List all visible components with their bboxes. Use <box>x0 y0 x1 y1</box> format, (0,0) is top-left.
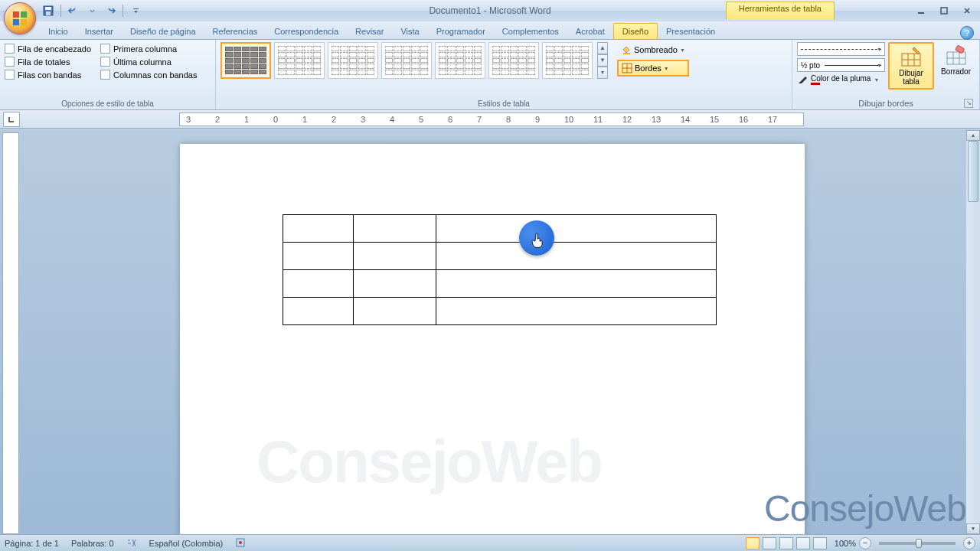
view-web-layout-button[interactable] <box>779 537 793 549</box>
office-logo-icon <box>7 5 33 31</box>
table-row <box>283 270 717 298</box>
zoom-in-button[interactable]: + <box>963 537 975 549</box>
group-style-options: Fila de encabezado Fila de totales Filas… <box>0 40 216 109</box>
table-style-item[interactable] <box>220 42 271 79</box>
gallery-up-button[interactable]: ▲ <box>597 42 608 54</box>
tab-complementos[interactable]: Complementos <box>494 24 567 39</box>
line-style-dropdown[interactable]: ▼ <box>797 42 885 56</box>
view-full-screen-button[interactable] <box>763 537 776 549</box>
table-style-item[interactable] <box>274 42 325 79</box>
line-weight-dropdown[interactable]: ½ pto▼ <box>797 58 885 72</box>
draw-table-icon <box>900 46 922 67</box>
tab-programador[interactable]: Programador <box>428 24 494 39</box>
help-button[interactable]: ? <box>960 26 974 40</box>
separator <box>122 5 123 17</box>
checkbox-label: Última columna <box>113 57 172 67</box>
draw-table-button[interactable]: Dibujar tabla <box>888 42 934 90</box>
svg-rect-2 <box>13 19 19 25</box>
table-style-item[interactable] <box>381 42 432 79</box>
document-table[interactable] <box>283 214 717 325</box>
table-style-item[interactable] <box>435 42 485 79</box>
status-proofing-icon[interactable] <box>126 537 137 549</box>
vertical-scrollbar[interactable]: ▲ ▼ <box>966 130 980 534</box>
quick-access-toolbar <box>40 2 144 19</box>
window-controls <box>913 4 975 18</box>
checkbox-header-row[interactable]: Fila de encabezado <box>5 44 91 54</box>
group-label: Estilos de tabla <box>220 98 787 109</box>
tab-revisar[interactable]: Revisar <box>347 24 392 39</box>
svg-rect-5 <box>45 7 51 10</box>
svg-rect-7 <box>133 8 139 9</box>
group-draw-borders: ▼ ½ pto▼ Color de la pluma ▼ Dibujar tab… <box>792 40 980 109</box>
tab-diseno-pagina[interactable]: Diseño de página <box>122 24 204 39</box>
checkbox-total-row[interactable]: Fila de totales <box>5 57 91 67</box>
ribbon-tabs: Inicio Insertar Diseño de página Referen… <box>0 21 980 40</box>
tab-selector-button[interactable] <box>3 112 20 127</box>
maximize-button[interactable] <box>936 4 952 18</box>
redo-button[interactable] <box>102 2 119 19</box>
status-page[interactable]: Página: 1 de 1 <box>5 539 59 548</box>
qat-customize-dropdown[interactable] <box>127 2 144 19</box>
status-macro-icon[interactable] <box>235 537 246 549</box>
table-style-item[interactable] <box>488 42 539 79</box>
svg-rect-10 <box>623 53 630 54</box>
pen-icon <box>797 74 808 85</box>
watermark-text: ConsejoWeb <box>256 427 602 497</box>
zoom-thumb[interactable] <box>916 539 922 548</box>
horizontal-ruler[interactable]: 32101234567891011121314151617 <box>179 112 804 126</box>
status-language[interactable]: Español (Colombia) <box>149 539 224 548</box>
zoom-level[interactable]: 100% <box>835 539 856 548</box>
scroll-up-button[interactable]: ▲ <box>966 130 980 141</box>
table-style-item[interactable] <box>328 42 378 79</box>
checkbox-label: Columnas con bandas <box>113 70 197 80</box>
undo-dropdown[interactable] <box>83 2 100 19</box>
pen-color-label: Color de la pluma <box>811 74 871 83</box>
group-label: Dibujar bordes↘ <box>797 97 975 109</box>
zoom-out-button[interactable]: − <box>859 537 871 549</box>
tab-insertar[interactable]: Insertar <box>77 24 122 39</box>
shading-button[interactable]: Sombreado ▼ <box>617 42 689 57</box>
view-print-layout-button[interactable] <box>746 537 760 549</box>
svg-rect-9 <box>941 8 947 14</box>
tab-presentacion[interactable]: Presentación <box>658 24 724 39</box>
undo-button[interactable] <box>65 2 82 19</box>
table-row <box>283 243 717 270</box>
checkbox-first-column[interactable]: Primera columna <box>100 44 197 54</box>
pen-color-button[interactable]: Color de la pluma ▼ <box>797 74 885 85</box>
table-style-item[interactable] <box>542 42 593 79</box>
gallery-more-button[interactable]: ▾ <box>597 67 608 79</box>
tab-diseno[interactable]: Diseño <box>613 23 658 39</box>
view-draft-button[interactable] <box>813 537 827 549</box>
table-row <box>283 298 717 325</box>
zoom-slider[interactable] <box>879 542 956 545</box>
tab-vista[interactable]: Vista <box>392 24 427 39</box>
pen-color-swatch <box>811 83 820 85</box>
checkbox-banded-rows[interactable]: Filas con bandas <box>5 70 91 80</box>
dialog-launcher-button[interactable]: ↘ <box>964 99 973 108</box>
scroll-thumb[interactable] <box>968 141 978 202</box>
tab-inicio[interactable]: Inicio <box>40 24 77 39</box>
checkbox-banded-columns[interactable]: Columnas con bandas <box>100 70 197 80</box>
checkbox-label: Filas con bandas <box>18 70 81 80</box>
workspace: ConsejoWeb ▲ ▼ <box>0 130 980 534</box>
tab-acrobat[interactable]: Acrobat <box>567 24 613 39</box>
view-outline-button[interactable] <box>796 537 810 549</box>
office-button[interactable] <box>4 2 36 34</box>
save-button[interactable] <box>40 2 57 19</box>
eraser-button[interactable]: Borrador <box>937 42 975 78</box>
close-button[interactable] <box>959 4 975 18</box>
ribbon: Fila de encabezado Fila de totales Filas… <box>0 40 980 110</box>
svg-point-24 <box>239 541 242 544</box>
status-words[interactable]: Palabras: 0 <box>71 539 114 548</box>
vertical-ruler[interactable] <box>2 132 19 534</box>
tab-referencias[interactable]: Referencias <box>204 24 266 39</box>
svg-rect-0 <box>13 11 19 18</box>
scroll-down-button[interactable]: ▼ <box>966 523 980 534</box>
borders-button[interactable]: Bordes ▼ <box>617 60 689 77</box>
tab-correspondencia[interactable]: Correspondencia <box>266 24 347 39</box>
minimize-button[interactable] <box>913 4 929 18</box>
gallery-down-button[interactable]: ▼ <box>597 54 608 67</box>
checkbox-last-column[interactable]: Última columna <box>100 57 197 67</box>
document-area[interactable]: ConsejoWeb ▲ ▼ <box>19 130 980 534</box>
checkbox-label: Primera columna <box>113 44 177 54</box>
